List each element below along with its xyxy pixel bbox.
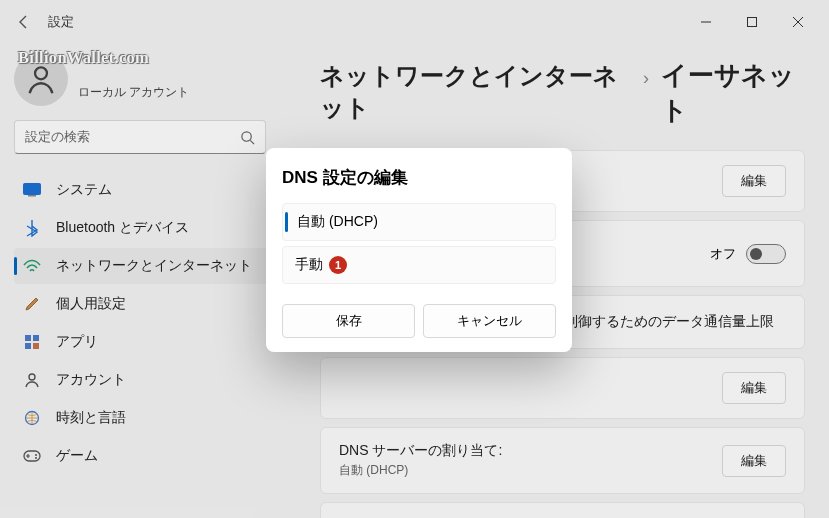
option-auto[interactable]: 自動 (DHCP) <box>282 203 556 241</box>
option-manual-label: 手動 <box>295 256 323 274</box>
save-button[interactable]: 保存 <box>282 304 415 338</box>
option-auto-label: 自動 (DHCP) <box>297 213 378 231</box>
cancel-button[interactable]: キャンセル <box>423 304 556 338</box>
annotation-badge: 1 <box>329 256 347 274</box>
dns-edit-modal: DNS 設定の編集 自動 (DHCP) 手動 1 保存 キャンセル <box>266 148 572 352</box>
option-manual[interactable]: 手動 1 <box>282 246 556 284</box>
modal-title: DNS 設定の編集 <box>282 166 556 189</box>
